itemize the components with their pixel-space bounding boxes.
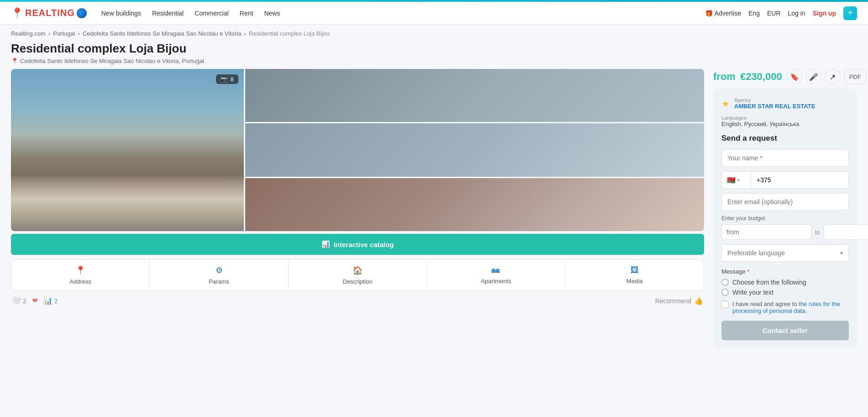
price-row: from €230,000 🔖 🎤 ↗ PDF [713,69,857,84]
currency-label[interactable]: EUR [767,10,781,17]
radio-dot-2 [721,289,729,296]
recommend-icon: 👍 [694,296,703,305]
nav-commercial[interactable]: Commercial [195,10,229,17]
nav-rent[interactable]: Rent [240,10,253,17]
message-required-indicator: * [747,268,749,275]
lang-label[interactable]: Eng [748,10,760,17]
contact-seller-button[interactable]: Contact seller [721,321,849,340]
tab-address[interactable]: 📍 Address [11,260,150,290]
tab-params-label: Params [209,278,229,285]
radio-option-1[interactable]: Choose from the following [721,279,849,286]
gallery-counter[interactable]: 📷 8 [216,74,238,84]
tab-apartments[interactable]: 🏘 Apartments [427,260,565,290]
logo-text: REALTING [25,8,75,18]
phone-input[interactable] [751,171,849,189]
logo-pin-icon: 📍 [11,7,23,19]
agency-name[interactable]: AMBER STAR REAL ESTATE [734,103,815,110]
signup-button[interactable]: Sign up [813,10,836,17]
budget-from-input[interactable] [721,224,811,240]
property-tabs: 📍 Address ⚙ Params 🏠 Description 🏘 Apart… [11,259,704,291]
agency-star-icon: ★ [721,98,730,109]
page-title-area: Residential complex Loja Bijou 📍 Cedofei… [0,40,868,69]
email-input[interactable] [721,193,849,211]
add-listing-button[interactable]: + [843,6,857,20]
request-form: ★ Agency AMBER STAR REAL ESTATE Language… [713,89,857,348]
breadcrumb-city[interactable]: Cedofeita Santo Ildefonso Se Miragaia Sa… [83,30,241,37]
name-input[interactable] [721,149,849,167]
right-panel: from €230,000 🔖 🎤 ↗ PDF ★ Agency AMBER S… [713,69,857,348]
advertise-button[interactable]: 🎁 Advertise [705,10,741,17]
message-label-text: Message [721,268,746,275]
budget-to-input[interactable] [824,224,868,240]
recommend-button[interactable]: Recommend 👍 [655,296,703,305]
nav-news[interactable]: News [264,10,280,17]
radio-option-2[interactable]: Write your text [721,289,849,296]
phone-flag-selector[interactable]: 🇧🇾 ▾ [721,171,751,189]
gallery-side-image-1[interactable] [245,69,704,122]
tab-params[interactable]: ⚙ Params [150,260,288,290]
message-label: Message * [721,268,849,275]
location-icon: 📍 [11,58,18,64]
like-count: 2 [23,297,26,305]
breadcrumb-sep-3: › [244,30,246,37]
radio-label-2: Write your text [732,289,773,296]
catalog-icon: 📊 [321,240,330,248]
interactive-catalog-button[interactable]: 📊 Interactive catalog [11,234,704,255]
budget-inputs-row: to EUR ▾ [721,224,849,240]
like-button[interactable]: 🤍 2 [12,296,26,305]
heart-filled-icon: ❤ [32,296,38,305]
breadcrumb-portugal[interactable]: Portugal [53,30,75,37]
bookmark-button[interactable]: 🔖 [787,69,802,84]
gallery-main[interactable]: 📷 8 [11,69,244,231]
gallery-count: 8 [231,76,234,83]
page-title: Residential complex Loja Bijou [11,42,857,56]
breadcrumb-sep-2: › [78,30,80,37]
send-request-title: Send a request [721,134,849,143]
price-from-label: from [713,71,736,83]
tab-media[interactable]: 🖼 Media [566,260,704,290]
gallery: 📷 8 [11,69,704,231]
gallery-side-image-3[interactable] [245,178,704,231]
languages-label: Languages [721,115,849,121]
main-nav: New buildings Residential Commercial Ren… [101,10,705,17]
tab-address-label: Address [69,278,91,285]
checkbox-row: I have read and agree to the rules for t… [721,301,849,314]
login-button[interactable]: Log in [788,10,805,17]
chart-count: 2 [54,297,58,305]
apartments-tab-icon: 🏘 [492,265,500,275]
logo[interactable]: 📍 REALTING [11,7,87,19]
like-filled-button[interactable]: ❤ [32,296,38,305]
advertise-icon: 🎁 [705,10,713,17]
agency-info: Agency AMBER STAR REAL ESTATE [734,97,815,110]
chart-button[interactable]: 📊 2 [43,296,58,305]
params-tab-icon: ⚙ [216,265,223,275]
description-tab-icon: 🏠 [352,265,363,275]
languages-row: Languages English, Русский, Українська [721,115,849,127]
share-button[interactable]: ↗ [825,69,841,84]
footer-actions: 🤍 2 ❤ 📊 2 Recommend 👍 [11,296,704,305]
address-tab-icon: 📍 [75,265,85,275]
language-placeholder: Preferable language [727,249,785,257]
logo-globe-icon [77,8,87,18]
main-content: 📷 8 📊 Interactive catalog 📍 Address [0,69,868,359]
breadcrumb-sep-1: › [48,30,50,37]
budget-section: Enter your budget to EUR ▾ [721,215,849,240]
breadcrumb-home[interactable]: Realting.com [11,30,46,37]
agency-label: Agency [734,97,815,103]
recommend-label: Recommend [655,297,691,305]
nav-new-buildings[interactable]: New buildings [101,10,141,17]
nav-residential[interactable]: Residential [152,10,184,17]
gallery-side-image-2[interactable] [245,123,704,176]
header-right: 🎁 Advertise Eng EUR Log in Sign up + [705,6,857,20]
breadcrumb-current: Residential complex Loja Bijou [249,30,330,37]
tab-description[interactable]: 🏠 Description [289,260,427,290]
breadcrumb: Realting.com › Portugal › Cedofeita Sant… [0,25,868,40]
consent-checkbox[interactable] [721,301,729,308]
consent-label: I have read and agree to [732,301,799,307]
microphone-button[interactable]: 🎤 [806,69,821,84]
flag-emoji: 🇧🇾 [726,176,736,185]
language-selector[interactable]: Preferable language ▾ [721,244,849,262]
camera-icon: 📷 [221,76,228,83]
pdf-button[interactable]: PDF [844,69,866,84]
tab-apartments-label: Apartments [481,278,511,285]
